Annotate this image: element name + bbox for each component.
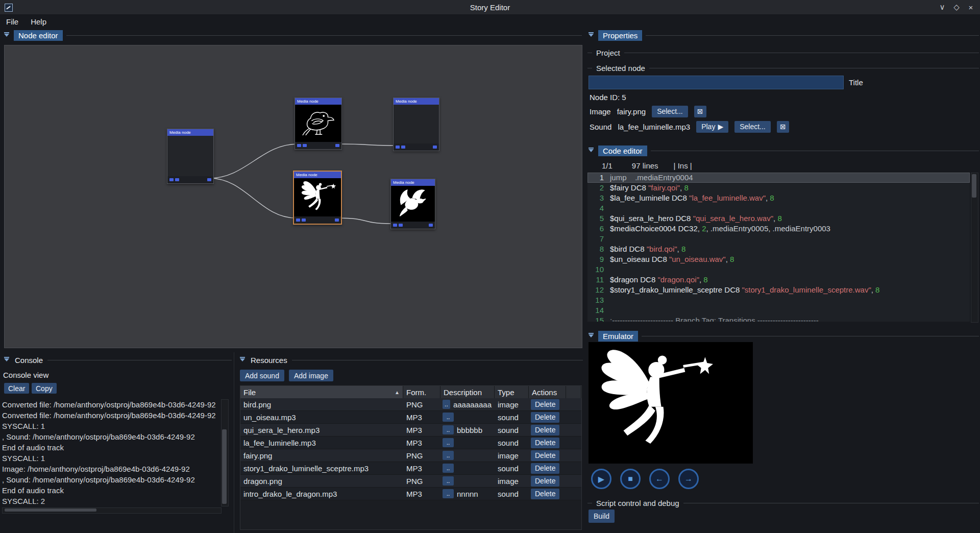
code-line[interactable]: 10 — [587, 264, 970, 275]
sound-play-button[interactable]: Play ▶ — [696, 121, 728, 133]
input-port[interactable] — [393, 224, 397, 227]
scrollbar-thumb[interactable] — [5, 508, 96, 512]
sound-clear-button[interactable]: ⊠ — [777, 121, 789, 133]
resource-row[interactable]: la_fee_luminelle.mp3MP3..soundDelete — [240, 437, 581, 449]
edit-description-button[interactable]: .. — [443, 476, 454, 486]
code-line[interactable]: 4 — [587, 203, 970, 213]
code-line[interactable]: 11$dragon DC8 "dragon.qoi", 8 — [587, 275, 970, 285]
delete-button[interactable]: Delete — [531, 450, 559, 461]
delete-button[interactable]: Delete — [531, 425, 559, 435]
code-line[interactable]: 6$mediaChoice0004 DC32, 2, .mediaEntry00… — [587, 224, 970, 234]
sound-select-button[interactable]: Select... — [734, 121, 771, 133]
code-line[interactable]: 1jump .mediaEntry0004 — [587, 173, 970, 183]
output-port[interactable] — [433, 146, 437, 149]
console-vertical-scrollbar[interactable] — [221, 399, 229, 506]
build-button[interactable]: Build — [589, 510, 615, 523]
collapse-icon[interactable] — [587, 333, 595, 340]
code-line[interactable]: 7 — [587, 234, 970, 244]
code-editor-area[interactable]: 1jump .mediaEntry00042$fairy DC8 "fairy.… — [587, 173, 970, 322]
edit-description-button[interactable]: .. — [443, 425, 454, 434]
collapse-icon[interactable] — [3, 32, 10, 39]
collapse-icon[interactable] — [587, 148, 595, 154]
resource-row[interactable]: un_oiseau.mp3MP3..soundDelete — [240, 411, 581, 424]
add-sound-button[interactable]: Add sound — [240, 370, 284, 381]
output-port[interactable] — [429, 224, 433, 227]
graph-node-dragon[interactable]: Media node — [390, 179, 435, 229]
menu-file[interactable]: File — [0, 14, 24, 29]
delete-button[interactable]: Delete — [531, 438, 559, 448]
edit-description-button[interactable]: .. — [443, 413, 454, 422]
input-port[interactable] — [169, 178, 174, 181]
edit-description-button[interactable]: .. — [443, 400, 450, 409]
output-port[interactable] — [335, 219, 339, 222]
image-select-button[interactable]: Select... — [652, 106, 688, 117]
stop-button[interactable]: ■ — [620, 469, 641, 489]
step-back-button[interactable]: ← — [649, 469, 670, 489]
edit-description-button[interactable]: .. — [443, 438, 454, 447]
delete-button[interactable]: Delete — [531, 476, 559, 487]
add-image-button[interactable]: Add image — [289, 370, 333, 381]
code-line[interactable]: 9$un_oiseau DC8 "un_oiseau.wav", 8 — [587, 254, 970, 264]
resource-row[interactable]: dragon.pngPNG..imageDelete — [240, 475, 581, 488]
menu-help[interactable]: Help — [24, 14, 53, 29]
collapse-icon[interactable] — [239, 357, 246, 364]
title-input[interactable] — [589, 76, 844, 89]
code-line[interactable]: 13 — [587, 295, 970, 305]
edit-description-button[interactable]: .. — [443, 489, 454, 498]
column-header-actions[interactable]: Actions — [529, 386, 566, 398]
node-title[interactable]: Media node — [295, 98, 341, 105]
code-line[interactable]: 5$qui_sera_le_hero DC8 "qui_sera_le_hero… — [587, 213, 970, 224]
edit-description-button[interactable]: .. — [443, 451, 454, 460]
graph-node-entry[interactable]: Media node — [167, 129, 214, 184]
code-line[interactable]: 12$story1_drako_luminelle_sceptre DC8 "s… — [587, 285, 970, 295]
step-forward-button[interactable]: → — [678, 469, 699, 489]
edit-description-button[interactable]: .. — [443, 464, 454, 473]
input-port[interactable] — [296, 219, 300, 222]
code-line[interactable]: 14 — [587, 305, 970, 316]
port[interactable] — [401, 146, 405, 149]
output-port[interactable] — [207, 178, 211, 181]
column-header-description[interactable]: Description — [440, 386, 495, 398]
port[interactable] — [175, 178, 179, 181]
column-header-format[interactable]: Form. — [403, 386, 440, 398]
scrollbar-thumb[interactable] — [222, 429, 227, 504]
scrollbar-thumb[interactable] — [972, 174, 976, 198]
code-line[interactable]: 15;------------------------ Branch Tag: … — [587, 316, 970, 322]
port[interactable] — [303, 144, 307, 147]
port[interactable] — [302, 219, 306, 222]
title-bar[interactable]: Story Editor ∨ ◇ × — [0, 0, 980, 14]
node-title[interactable]: Media node — [394, 98, 439, 105]
resource-row[interactable]: fairy.pngPNG..imageDelete — [240, 449, 581, 462]
node-graph-canvas[interactable]: Media nodeMedia nodeMedia nodeMedia node… — [4, 45, 582, 348]
node-title[interactable]: Media node — [167, 129, 213, 136]
resource-row[interactable]: qui_sera_le_hero.mp3MP3..bbbbbbsoundDele… — [240, 424, 581, 437]
collapse-icon[interactable] — [3, 357, 10, 364]
input-port[interactable] — [396, 146, 400, 149]
image-clear-button[interactable]: ⊠ — [694, 106, 706, 117]
node-title[interactable]: Media node — [391, 179, 435, 186]
port[interactable] — [399, 224, 403, 227]
graph-node-bird[interactable]: Media node — [295, 98, 342, 150]
resource-row[interactable]: intro_drako_le_dragon.mp3MP3..nnnnnsound… — [240, 488, 581, 500]
resource-row[interactable]: story1_drako_luminelle_sceptre.mp3MP3..s… — [240, 462, 581, 475]
node-title[interactable]: Media node — [294, 172, 341, 178]
minimize-icon[interactable]: ∨ — [936, 1, 948, 13]
code-line[interactable]: 2$fairy DC8 "fairy.qoi", 8 — [587, 183, 970, 193]
graph-node-choice[interactable]: Media node — [393, 98, 439, 151]
code-vertical-scrollbar[interactable] — [971, 173, 978, 323]
delete-button[interactable]: Delete — [531, 399, 559, 410]
clear-button[interactable]: Clear — [4, 383, 29, 394]
play-button[interactable]: ▶ — [591, 469, 611, 489]
delete-button[interactable]: Delete — [531, 489, 559, 499]
copy-button[interactable]: Copy — [32, 383, 57, 394]
console-log[interactable]: Converted file: /home/anthony/ostproj/ba… — [2, 399, 220, 506]
close-icon[interactable]: × — [965, 1, 977, 13]
output-port[interactable] — [335, 144, 339, 147]
code-line[interactable]: 3$la_fee_luminelle DC8 "la_fee_luminelle… — [587, 193, 970, 203]
graph-node-fairy[interactable]: Media node — [293, 171, 342, 225]
column-header-type[interactable]: Type — [495, 386, 529, 398]
delete-button[interactable]: Delete — [531, 463, 559, 474]
collapse-icon[interactable] — [587, 32, 595, 39]
resource-row[interactable]: bird.pngPNG..aaaaaaaaaimageDelete — [240, 398, 581, 411]
maximize-icon[interactable]: ◇ — [950, 1, 963, 13]
